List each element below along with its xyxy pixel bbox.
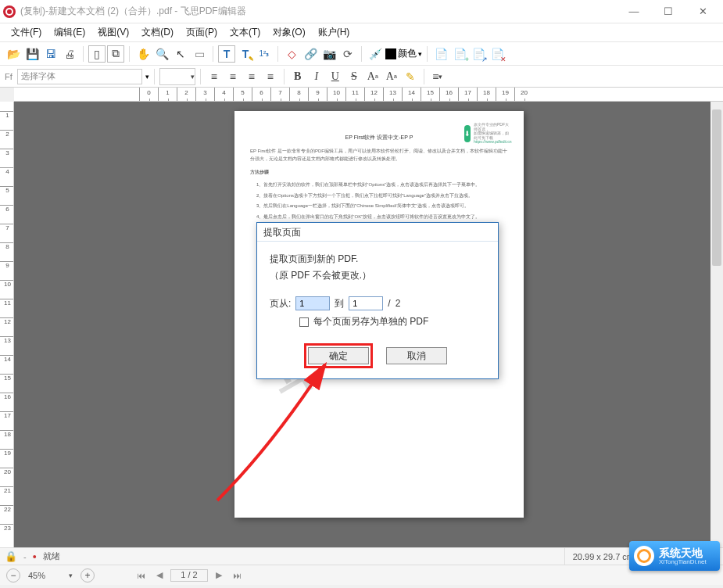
to-label: 到 [335, 297, 344, 310]
menu-edit[interactable]: 编辑(E) [49, 24, 90, 41]
from-page-input[interactable] [295, 296, 330, 310]
select-tool-icon[interactable]: ↖ [172, 45, 189, 63]
hand-tool-icon[interactable]: ✋ [134, 45, 152, 63]
zoom-bar: − 45% ▾ + ⏮ ◀ 1 / 2 ▶ ⏭ [0, 565, 723, 585]
app-icon [3, 5, 16, 18]
align-left-icon[interactable]: ≡ [206, 68, 223, 85]
ok-button[interactable]: 确定 [308, 347, 369, 364]
cancel-button[interactable]: 取消 [386, 347, 447, 364]
to-page-input[interactable] [349, 296, 383, 310]
font-selector[interactable]: 选择字体 [17, 69, 142, 84]
highlight-icon[interactable]: ✎ [402, 68, 419, 85]
doc-subhead: 方法步骤 [250, 169, 508, 177]
rotate-icon[interactable]: ⟳ [339, 45, 356, 63]
menu-file[interactable]: 文件(F) [6, 24, 46, 41]
doc-step: 3、然后我们在Language一栏选择，找到下面的"Chinese Simpli… [250, 203, 508, 210]
prev-page-button[interactable]: ◀ [153, 570, 166, 580]
dialog-line1: 提取页面到新的 PDF. [270, 253, 485, 266]
menu-object[interactable]: 对象(O) [268, 24, 310, 41]
separate-pdf-checkbox[interactable] [299, 317, 309, 327]
print-icon[interactable]: 🖨 [61, 45, 78, 63]
scrollbar-thumb[interactable] [712, 109, 721, 266]
format-toolbar: Ff 选择字体 ▾ ▾ ≡ ≡ ≡ ≡ B I U S Aa Aa ✎ ≡▾ [0, 66, 723, 88]
save-icon[interactable]: 💾 [23, 45, 41, 63]
doc-para: EP First软件 是一款非常专业的PDF编辑工具，用户可以使用本软件轻松打开… [250, 148, 508, 163]
page-layout1-icon[interactable]: ▯ [88, 45, 106, 63]
text-number-icon[interactable]: 1²₃ [256, 45, 273, 63]
checkbox-label: 每个页面另存为单独的 PDF [313, 315, 428, 328]
brand-url: XiTongTianDi.net [659, 558, 707, 565]
text-tool-icon[interactable]: T [218, 45, 235, 63]
page-delete-icon[interactable]: 📄✕ [489, 45, 506, 63]
extract-pages-dialog: 提取页面 提取页面到新的 PDF. （原 PDF 不会被更改.） 页从: 到 /… [256, 222, 499, 379]
open-icon[interactable]: 📂 [5, 45, 22, 63]
dialog-title: 提取页面 [257, 223, 498, 242]
dialog-line2: （原 PDF 不会被更改.） [270, 269, 485, 282]
link-icon[interactable]: 🔗 [302, 45, 319, 63]
window-title: (复制)-新建文本文档 (2)（合并）.pdf - 飞思PDF编辑器 [20, 5, 617, 18]
ruler-vertical: 1234567891011121314151617181920212223 [0, 102, 14, 547]
menu-page[interactable]: 页面(P) [181, 24, 222, 41]
zoom-out-button[interactable]: − [6, 568, 20, 583]
color-label: 颜色 [398, 47, 417, 60]
menu-text[interactable]: 文本(T) [225, 24, 265, 41]
main-toolbar: 📂 💾 🖫 🖨 ▯ ⧉ ✋ 🔍 ↖ ▭ T T✎ 1²₃ ◇ 🔗 📷 ⟳ 💉 颜… [0, 42, 723, 66]
pdf-logo-icon: ⬇ [464, 125, 471, 142]
lock-icon: 🔒 [5, 550, 17, 562]
align-center-icon[interactable]: ≡ [224, 68, 242, 85]
from-label: 页从: [270, 297, 291, 310]
subscript-icon[interactable]: Aa [383, 68, 400, 85]
close-button[interactable]: ✕ [685, 0, 720, 23]
zoom-tool-icon[interactable]: 🔍 [153, 45, 170, 63]
bold-icon[interactable]: B [289, 68, 306, 85]
brand-watermark: 系统天地 XiTongTianDi.net [629, 541, 720, 571]
status-ready: 就绪 [43, 550, 60, 562]
ruler-horizontal: 01234567891011121314151617181920 [14, 88, 723, 102]
shape-icon[interactable]: ◇ [283, 45, 300, 63]
page-sep: / [388, 298, 390, 309]
font-size-icon[interactable]: ▾ [159, 68, 195, 85]
menu-account[interactable]: 账户(H) [313, 24, 355, 41]
status-bar: 🔒 - • 就绪 20.99 x 29.7 cm 预览 [0, 547, 723, 565]
line-spacing-icon[interactable]: ≡▾ [429, 68, 446, 85]
page-export-icon[interactable]: 📄↗ [470, 45, 487, 63]
maximize-button[interactable]: ☐ [651, 0, 685, 23]
text-edit-icon[interactable]: T✎ [237, 45, 254, 63]
title-bar: (复制)-新建文本文档 (2)（合并）.pdf - 飞思PDF编辑器 — ☐ ✕ [0, 0, 723, 23]
color-swatch [385, 48, 396, 59]
menu-document[interactable]: 文档(D) [137, 24, 178, 41]
page-insert-icon[interactable]: 📄 [432, 45, 449, 63]
gear-icon [634, 546, 654, 566]
strike-icon[interactable]: S [345, 68, 363, 85]
first-page-button[interactable]: ⏮ [134, 571, 149, 580]
save-as-icon[interactable]: 🖫 [42, 45, 59, 63]
brand-name: 系统天地 [659, 547, 707, 558]
superscript-icon[interactable]: Aa [364, 68, 381, 85]
scrollbar-vertical[interactable] [710, 102, 723, 547]
camera-icon[interactable]: 📷 [320, 45, 338, 63]
pdf-badge: ⬇ 原文件专业的PDF大师首选， 如需快速编辑器，如此可免下载 https://… [464, 124, 511, 144]
menu-view[interactable]: 视图(V) [93, 24, 134, 41]
page-number-field[interactable]: 1 / 2 [170, 569, 208, 582]
italic-icon[interactable]: I [308, 68, 325, 85]
zoom-in-button[interactable]: + [81, 568, 95, 583]
next-page-button[interactable]: ▶ [213, 570, 225, 580]
doc-step: 4、最后点击后，我们在弹出窗口的右下角找到"OK"按钮，点击该按钮即可将软件的语… [250, 213, 508, 221]
page-add-icon[interactable]: 📄+ [451, 45, 468, 63]
page-layout2-icon[interactable]: ⧉ [107, 45, 124, 63]
align-justify-icon[interactable]: ≡ [262, 68, 279, 85]
total-pages: 2 [396, 298, 401, 309]
zoom-value[interactable]: 45% [28, 571, 61, 580]
align-right-icon[interactable]: ≡ [243, 68, 260, 85]
underline-icon[interactable]: U [327, 68, 344, 85]
eyedropper-icon[interactable]: 💉 [367, 45, 384, 63]
last-page-button[interactable]: ⏭ [230, 571, 245, 580]
color-picker[interactable]: 颜色 ▾ [385, 47, 422, 60]
doc-step: 2、接着在Options选项卡下方找到一个下拉框，我们点下拉框即可找到"Lang… [250, 192, 508, 200]
menu-bar: 文件(F) 编辑(E) 视图(V) 文档(D) 页面(P) 文本(T) 对象(O… [0, 23, 723, 42]
doc-step: 1、首先打开安装好的软件，我们在顶部菜单栏中找到"Options"选项，点击该选… [250, 181, 508, 189]
minimize-button[interactable]: — [617, 0, 651, 23]
marquee-icon[interactable]: ▭ [191, 45, 208, 63]
